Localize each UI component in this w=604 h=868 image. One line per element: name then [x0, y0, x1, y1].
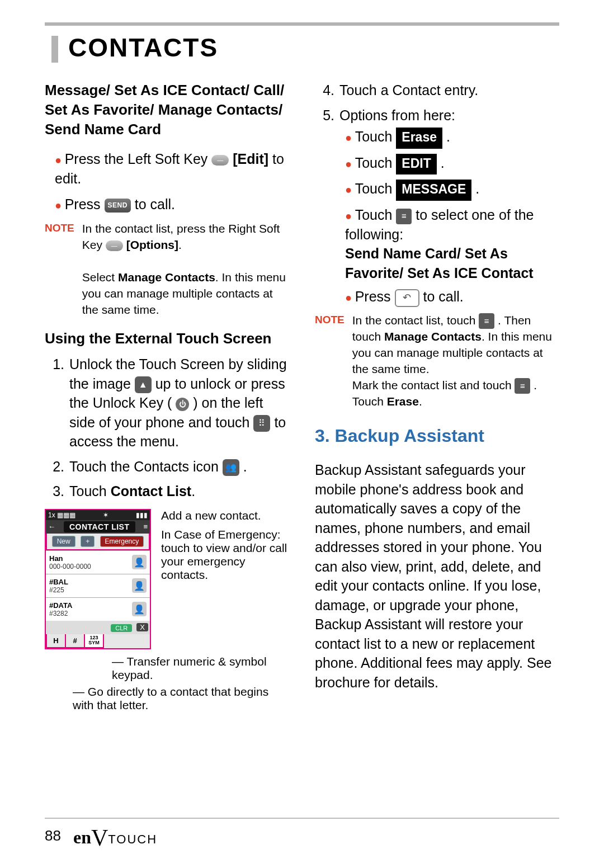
contact-name: #DATA: [49, 601, 72, 610]
mock-title: CONTACT LIST: [64, 521, 135, 532]
new-button[interactable]: New: [52, 536, 76, 547]
mock-keybar: H # 123 SYM: [46, 634, 150, 648]
note: NOTE In the contact list, touch ≡ . Then…: [315, 313, 559, 411]
menu-icon[interactable]: ≡: [143, 522, 148, 531]
contact-number: 000-000-0000: [49, 563, 91, 570]
text: to call.: [135, 196, 175, 212]
text: Options from here:: [339, 107, 455, 123]
softkey-icon: —: [106, 240, 123, 251]
mock-status-bar: 1x ▦▦▦ ✶ ▮▮▮: [46, 510, 150, 520]
numbered-steps: Touch a Contact entry. Options from here…: [315, 81, 559, 307]
edit-button[interactable]: EDIT: [396, 154, 436, 175]
slide-up-icon: ▲: [135, 376, 152, 393]
callout-ice: In Case of Emergency: touch to view and/…: [161, 528, 289, 582]
call-key-icon[interactable]: ↶: [395, 289, 419, 307]
page-title: CONTACTS: [51, 32, 559, 63]
text-bold: Erase: [387, 395, 419, 408]
menu-icon[interactable]: ≡: [515, 378, 530, 394]
erase-button[interactable]: Erase: [396, 128, 442, 149]
step-2: Touch the Contacts icon 👥 .: [68, 457, 289, 477]
text: .: [471, 181, 479, 196]
note-body: In the contact list, touch ≡ . Then touc…: [352, 313, 559, 411]
avatar-icon: 👤: [132, 555, 147, 569]
bullet-call: Press SEND to call.: [55, 195, 289, 214]
list-item[interactable]: #BAL #225 👤: [46, 574, 150, 597]
contact-list-figure: 1x ▦▦▦ ✶ ▮▮▮ ← CONTACT LIST ≡ New + Emer…: [45, 509, 289, 649]
callout-sym: — Transfer numeric & symbol keypad.: [112, 655, 289, 682]
text: .: [191, 483, 195, 499]
back-icon[interactable]: ←: [48, 522, 55, 531]
status-left: 1x ▦▦▦: [48, 511, 76, 519]
contact-number: #225: [49, 586, 68, 594]
list-item[interactable]: #DATA #3282 👤: [46, 597, 150, 621]
add-button[interactable]: +: [81, 536, 95, 547]
title-accent: [51, 36, 58, 63]
page-title-text: CONTACTS: [68, 33, 218, 62]
text: Go directly to a contact that begins wit…: [73, 685, 268, 711]
step-5: Options from here: Touch Erase . Touch E…: [338, 106, 559, 307]
key-sym-bot: SYM: [85, 640, 103, 645]
key-hash[interactable]: #: [66, 634, 85, 648]
sub-edit: Touch EDIT .: [345, 153, 559, 175]
text: .: [178, 238, 182, 251]
text-bold: Send Name Card/ Set As Favorite/ Set As …: [345, 246, 534, 281]
message-button[interactable]: MESSAGE: [396, 180, 471, 201]
text: Touch: [355, 181, 397, 196]
step-1: Unlock the Touch Screen by sliding the i…: [68, 355, 289, 451]
note-label: NOTE: [315, 314, 345, 326]
menu-icon[interactable]: ≡: [396, 209, 412, 224]
key-sym[interactable]: 123 SYM: [85, 634, 104, 648]
emergency-button[interactable]: Emergency: [100, 536, 144, 547]
brand-en: en: [73, 827, 91, 847]
list-item[interactable]: Han 000-000-0000 👤: [46, 550, 150, 574]
section-body-backup-assistant: Backup Assistant safeguards your mobile …: [315, 460, 559, 692]
text: Press: [355, 289, 395, 304]
mock-footer: CLR X: [46, 621, 150, 634]
text: Touch the Contacts icon: [69, 459, 223, 474]
step-4: Touch a Contact entry.: [338, 81, 559, 100]
text: Press the Left Soft Key: [65, 151, 212, 167]
lead-in-options: Message/ Set As ICE Contact/ Call/ Set A…: [45, 81, 289, 139]
text-bold: [Edit]: [233, 151, 268, 167]
avatar-icon: 👤: [132, 602, 147, 616]
text-bold: Manage Contacts: [118, 271, 215, 284]
note-label: NOTE: [45, 222, 74, 234]
text: Touch: [355, 155, 397, 171]
figure-callouts: Add a new contact. In Case of Emergency:…: [161, 509, 289, 649]
sub-bullet-list: Touch Erase . Touch EDIT . Touch MESSAGE…: [339, 127, 559, 307]
text: Touch: [355, 207, 397, 223]
key-letter[interactable]: H: [46, 634, 66, 648]
text: .: [442, 129, 450, 144]
numbered-steps: Unlock the Touch Screen by sliding the i…: [45, 355, 289, 501]
brand: enVTOUCH: [73, 822, 157, 849]
text: Touch: [69, 483, 111, 499]
column-left: Message/ Set As ICE Contact/ Call/ Set A…: [45, 81, 289, 712]
section-heading-backup-assistant: 3. Backup Assistant: [315, 426, 559, 446]
note-body: In the contact list, press the Right Sof…: [82, 221, 289, 318]
clr-button[interactable]: CLR: [111, 624, 132, 632]
phone-mock: 1x ▦▦▦ ✶ ▮▮▮ ← CONTACT LIST ≡ New + Emer…: [45, 509, 151, 649]
text: to call.: [423, 289, 463, 304]
close-button[interactable]: X: [136, 623, 148, 631]
contact-number: #3282: [49, 610, 72, 617]
text-bold: [Options]: [126, 238, 178, 251]
note: NOTE In the contact list, press the Righ…: [45, 221, 289, 318]
callout-add-contact: Add a new contact.: [161, 509, 289, 522]
menu-grid-icon: ⠿: [253, 415, 270, 432]
columns: Message/ Set As ICE Contact/ Call/ Set A…: [45, 81, 559, 712]
text-bold: Manage Contacts: [384, 330, 482, 343]
text: In the contact list, touch: [352, 314, 479, 327]
subheading-external-touch: Using the External Touch Screen: [45, 329, 289, 348]
bullet-list: Press the Left Soft Key — [Edit] to edit…: [45, 149, 289, 214]
text: Press: [65, 196, 105, 212]
contact-name: Han: [49, 554, 91, 563]
avatar-icon: 👤: [132, 578, 147, 593]
status-mid: ✶: [103, 511, 108, 519]
column-right: Touch a Contact entry. Options from here…: [315, 81, 559, 712]
text: Select: [82, 271, 118, 284]
menu-icon[interactable]: ≡: [479, 313, 494, 329]
text: Transfer numeric & symbol keypad.: [112, 655, 267, 681]
bullet-edit: Press the Left Soft Key — [Edit] to edit…: [55, 149, 289, 188]
contacts-icon: 👥: [223, 459, 239, 476]
brand-v: V: [91, 825, 108, 851]
